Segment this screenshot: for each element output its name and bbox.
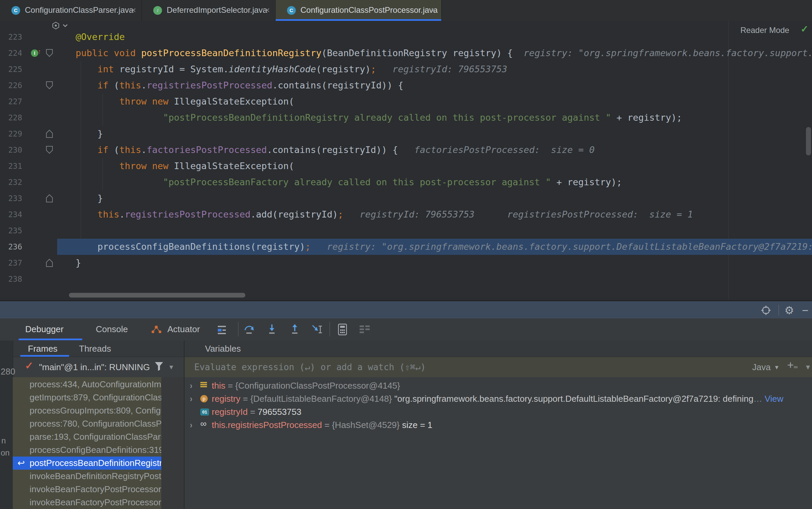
stack-frame-row[interactable]: process:780, ConfigurationClassPars	[13, 417, 161, 430]
evaluate-placeholder[interactable]: Evaluate expression (↵) or add a watch (…	[194, 357, 426, 377]
inspections-ok-icon[interactable]: ✓	[801, 24, 808, 35]
stack-frame-row[interactable]: processGroupImports:809, Configura	[13, 404, 161, 417]
tab-debugger[interactable]: Debugger	[25, 318, 64, 340]
code-text[interactable]: public void postProcessBeanDefinitionReg…	[76, 45, 812, 61]
editor-tab[interactable]: CConfigurationClassParser.java×	[0, 0, 142, 21]
line-number[interactable]: 234	[0, 206, 22, 223]
line-number[interactable]: 228	[0, 110, 22, 126]
gear-icon[interactable]: ⚙	[784, 301, 794, 319]
code-text[interactable]: "postProcessBeanDefinitionRegistry alrea…	[163, 110, 682, 126]
evaluate-language-selector[interactable]: Java	[752, 357, 771, 377]
fold-marker-icon[interactable]	[46, 145, 53, 156]
intention-actions-icon[interactable]	[52, 22, 70, 30]
frames-view-icon[interactable]	[359, 325, 370, 336]
stack-frame-row[interactable]: invokeBeanFactoryPostProcessors:70	[13, 496, 161, 509]
line-number[interactable]: 224	[0, 45, 22, 61]
code-text[interactable]: @Override	[76, 29, 125, 45]
code-text[interactable]: "postProcessBeanFactory already called o…	[163, 174, 622, 190]
fold-marker-icon[interactable]	[46, 259, 53, 269]
fold-marker-icon[interactable]	[46, 194, 53, 204]
code-text[interactable]: this.registriesPostProcessed.add(registr…	[98, 206, 693, 223]
stack-frame-row[interactable]: process:434, AutoConfigurationImpor	[13, 378, 161, 391]
line-number[interactable]: 230	[0, 142, 22, 158]
variable-row[interactable]: 01registryId = 796553753	[184, 405, 812, 418]
stack-frame-row[interactable]: invokeBeanDefinitionRegistryPostPro	[13, 470, 161, 483]
chevron-right-icon[interactable]: ›	[190, 391, 192, 407]
tab-actuator[interactable]: Actuator	[167, 318, 200, 340]
code-line[interactable]: 233}	[0, 190, 812, 206]
horizontal-scrollbar[interactable]	[69, 293, 245, 298]
vertical-scrollbar[interactable]	[806, 127, 811, 155]
fold-marker-icon[interactable]	[46, 129, 53, 139]
code-text[interactable]: }	[98, 126, 103, 142]
code-text[interactable]: }	[98, 190, 103, 206]
variable-row[interactable]: ›∞this.registriesPostProcessed = {HashSe…	[184, 418, 812, 432]
variable-row[interactable]: ›pregistry = {DefaultListableBeanFactory…	[184, 392, 812, 405]
evaluate-expression-icon[interactable]	[338, 324, 348, 337]
line-number[interactable]: 235	[0, 223, 22, 239]
reader-mode-toggle[interactable]: Reader Mode	[740, 26, 789, 35]
focus-execution-point-icon[interactable]	[760, 301, 772, 319]
stack-frame-row[interactable]: invokeBeanFactoryPostProcessors:96	[13, 483, 161, 496]
editor-tab[interactable]: IDeferredImportSelector.java×	[142, 0, 276, 21]
code-line[interactable]: 230if (this.factoriesPostProcessed.conta…	[0, 142, 812, 158]
close-icon[interactable]: ×	[265, 0, 270, 20]
filter-icon[interactable]	[154, 361, 164, 373]
close-icon[interactable]: ×	[431, 0, 436, 20]
line-number[interactable]: 238	[0, 271, 22, 287]
code-line[interactable]: 237}	[0, 255, 812, 271]
fold-marker-icon[interactable]	[46, 81, 53, 91]
code-text[interactable]: }	[76, 255, 81, 271]
stack-frame-row[interactable]: ↩postProcessBeanDefinitionRegistry:23	[13, 456, 161, 470]
overrides-method-icon[interactable]: I	[31, 49, 38, 57]
hide-toolwindow-icon[interactable]: −	[802, 301, 809, 319]
view-value-link[interactable]: View	[765, 394, 783, 404]
code-text[interactable]: processConfigBeanDefinitions(registry); …	[98, 239, 812, 255]
code-text[interactable]: int registryId = System.identityHashCode…	[98, 61, 507, 77]
code-text[interactable]: throw new IllegalStateException(	[119, 158, 294, 174]
code-line[interactable]: 235	[0, 223, 812, 239]
language-dropdown-caret[interactable]: ▾	[775, 357, 778, 377]
line-number[interactable]: 233	[0, 190, 22, 206]
tab-threads[interactable]: Threads	[79, 341, 111, 357]
thread-selector-label[interactable]: "main"@1 in...in": RUNNING	[39, 357, 150, 377]
code-line[interactable]: 223@Override	[0, 29, 812, 45]
code-line[interactable]: 236processConfigBeanDefinitions(registry…	[0, 239, 812, 255]
code-line[interactable]: 227throw new IllegalStateException(	[0, 94, 812, 110]
close-icon[interactable]: ×	[131, 0, 136, 20]
line-number[interactable]: 232	[0, 174, 22, 190]
thread-dropdown-caret[interactable]: ▾	[169, 357, 173, 377]
watches-collapse-caret[interactable]: ▼	[805, 357, 811, 377]
variable-row[interactable]: ›this = {ConfigurationClassPostProcessor…	[184, 379, 812, 392]
tab-console[interactable]: Console	[96, 318, 128, 340]
code-line[interactable]: 232"postProcessBeanFactory already calle…	[0, 174, 812, 190]
line-number[interactable]: 225	[0, 61, 22, 77]
editor-tab[interactable]: CConfigurationClassPostProcessor.java×	[276, 0, 442, 21]
step-out-icon[interactable]	[289, 324, 301, 337]
stack-frame-row[interactable]: getImports:879, ConfigurationClassPa	[13, 391, 161, 404]
stack-frame-row[interactable]: processConfigBeanDefinitions:319, C	[13, 443, 161, 456]
stack-frame-row[interactable]: parse:193, ConfigurationClassParser	[13, 430, 161, 443]
code-editor[interactable]: 223@Override224I↑public void postProcess…	[0, 21, 812, 299]
code-text[interactable]: if (this.factoriesPostProcessed.contains…	[98, 142, 595, 158]
code-line[interactable]: 231throw new IllegalStateException(	[0, 158, 812, 174]
code-line[interactable]: 238	[0, 271, 812, 287]
run-to-cursor-icon[interactable]	[311, 324, 324, 337]
code-line[interactable]: 224I↑public void postProcessBeanDefiniti…	[0, 45, 812, 61]
code-line[interactable]: 229}	[0, 126, 812, 142]
line-number[interactable]: 227	[0, 94, 22, 110]
view-options-icon[interactable]	[217, 325, 227, 336]
code-text[interactable]: throw new IllegalStateException(	[119, 94, 294, 110]
add-watch-icon[interactable]: +∞	[787, 359, 797, 372]
tab-frames[interactable]: Frames	[28, 341, 58, 357]
line-number[interactable]: 237	[0, 255, 22, 271]
code-text[interactable]: if (this.registriesPostProcessed.contain…	[98, 77, 403, 94]
line-number[interactable]: 229	[0, 126, 22, 142]
code-line[interactable]: 234this.registriesPostProcessed.add(regi…	[0, 206, 812, 223]
line-number[interactable]: 223	[0, 29, 22, 45]
line-number[interactable]: 231	[0, 158, 22, 174]
fold-marker-icon[interactable]	[46, 49, 53, 59]
line-number[interactable]: 226	[0, 77, 22, 94]
chevron-right-icon[interactable]: ›	[190, 417, 192, 433]
step-over-icon[interactable]	[243, 324, 255, 337]
